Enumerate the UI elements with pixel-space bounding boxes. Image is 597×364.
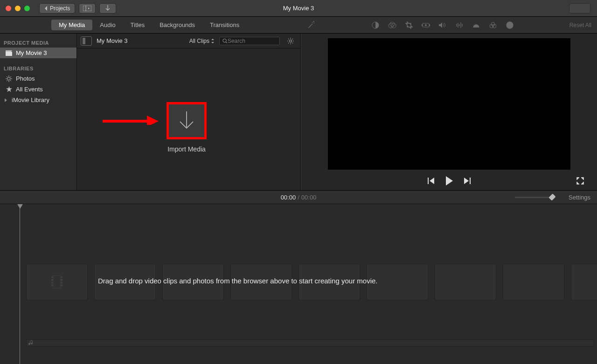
svg-rect-9	[429, 24, 430, 26]
svg-point-4	[389, 23, 393, 28]
play-button[interactable]	[444, 176, 454, 185]
traffic-lights	[6, 6, 30, 11]
fullscreen-window-icon[interactable]	[24, 6, 30, 11]
tab-backgrounds[interactable]: Backgrounds	[152, 20, 202, 30]
timeline[interactable]: Drag and drop video clips and photos fro…	[0, 204, 597, 364]
browser-settings-button[interactable]	[285, 36, 297, 46]
titlebar: Projects My Movie 3	[0, 0, 597, 17]
svg-rect-44	[51, 285, 53, 286]
svg-rect-48	[61, 285, 62, 286]
annotation-arrow-icon	[103, 116, 159, 125]
color-balance-icon[interactable]	[371, 21, 380, 30]
viewer-canvas	[301, 34, 597, 172]
sidebar-toggle-button[interactable]	[81, 36, 92, 46]
sidebar-item-photos[interactable]: Photos	[0, 73, 76, 84]
tab-audio[interactable]: Audio	[92, 20, 123, 30]
tab-titles[interactable]: Titles	[123, 20, 153, 30]
svg-rect-43	[51, 282, 53, 283]
viewer-adjust-toolbar: Reset All	[301, 17, 597, 33]
speed-icon[interactable]	[472, 21, 481, 30]
sidebar-item-all-events[interactable]: All Events	[0, 84, 76, 95]
tab-my-media[interactable]: My Media	[51, 20, 92, 30]
video-preview[interactable]	[328, 38, 570, 170]
magic-wand-icon[interactable]	[306, 21, 316, 30]
svg-rect-46	[61, 279, 62, 281]
music-note-icon	[28, 340, 34, 346]
close-window-icon[interactable]	[6, 6, 11, 11]
svg-point-24	[7, 77, 10, 80]
import-media-label: Import Media	[161, 145, 212, 153]
viewer	[301, 34, 597, 190]
svg-point-33	[223, 39, 226, 42]
sidebar-item-label: iMovie Library	[12, 96, 49, 103]
reset-all-button[interactable]: Reset All	[569, 22, 591, 28]
sidebar-item-label: My Movie 3	[16, 49, 47, 56]
search-icon	[222, 38, 228, 44]
svg-line-32	[10, 76, 11, 77]
volume-icon[interactable]	[438, 21, 447, 30]
svg-rect-0	[83, 6, 91, 11]
search-field[interactable]	[219, 37, 280, 45]
layout-button[interactable]	[79, 3, 96, 14]
minimize-window-icon[interactable]	[15, 6, 21, 11]
gear-icon	[287, 37, 294, 45]
download-arrow-icon	[177, 110, 196, 131]
stabilization-icon[interactable]	[421, 21, 430, 30]
svg-point-6	[390, 22, 395, 27]
projects-back-button[interactable]: Projects	[39, 3, 75, 14]
sidebar-item-imovie-library[interactable]: iMovie Library	[0, 95, 76, 105]
svg-point-35	[290, 40, 292, 42]
prev-frame-button[interactable]	[428, 178, 435, 184]
import-button-toolbar[interactable]	[99, 3, 116, 14]
clips-filter-dropdown[interactable]: All Clips	[189, 38, 215, 44]
svg-rect-38	[428, 178, 429, 184]
sidebar-item-my-movie[interactable]: My Movie 3	[0, 48, 76, 58]
info-icon[interactable]	[505, 21, 514, 30]
next-frame-button[interactable]	[463, 178, 471, 184]
svg-line-34	[226, 41, 227, 43]
fullscreen-button[interactable]	[576, 177, 584, 185]
star-icon	[6, 86, 12, 92]
effects-icon[interactable]	[488, 21, 498, 30]
svg-rect-42	[51, 279, 53, 281]
svg-line-29	[7, 76, 7, 77]
viewer-controls	[301, 172, 597, 190]
svg-rect-45	[61, 276, 62, 278]
browser-header: My Movie 3 All Clips	[77, 34, 300, 48]
crop-icon[interactable]	[404, 21, 414, 30]
share-button[interactable]	[569, 3, 590, 14]
sidebar-section-project-media: PROJECT MEDIA	[0, 37, 76, 48]
svg-point-22	[509, 23, 510, 24]
playhead[interactable]	[20, 204, 20, 364]
window-title: My Movie 3	[283, 5, 314, 12]
color-correction-icon[interactable]	[388, 21, 397, 30]
noise-reduction-icon[interactable]	[455, 21, 464, 30]
projects-label: Projects	[50, 5, 70, 12]
sidebar: PROJECT MEDIA My Movie 3 LIBRARIES Photo…	[0, 34, 77, 190]
timecode-current: 00:00	[281, 194, 296, 201]
svg-rect-23	[6, 52, 12, 56]
disclosure-triangle-icon[interactable]	[5, 98, 7, 102]
sidebar-section-libraries: LIBRARIES	[0, 63, 76, 73]
svg-point-5	[391, 23, 396, 28]
sidebar-item-label: All Events	[16, 86, 43, 93]
svg-rect-40	[53, 275, 61, 288]
timeline-hint: Drag and drop video clips and photos fro…	[98, 277, 377, 285]
browser-title: My Movie 3	[97, 37, 127, 44]
media-browser: My Movie 3 All Clips	[77, 34, 301, 190]
audio-track[interactable]	[26, 339, 594, 347]
clip-placeholder	[435, 264, 496, 300]
timecode: 00:00/00:00	[281, 194, 317, 201]
browser-tabs: My Media Audio Titles Backgrounds Transi…	[0, 17, 301, 33]
secondary-toolbar: My Media Audio Titles Backgrounds Transi…	[0, 17, 597, 34]
svg-rect-41	[51, 276, 53, 278]
tab-transitions[interactable]: Transitions	[202, 20, 247, 30]
search-input[interactable]	[228, 38, 277, 44]
timeline-settings-button[interactable]: Settings	[569, 194, 590, 201]
clapperboard-icon	[6, 50, 12, 56]
svg-rect-39	[470, 178, 471, 184]
import-media-button[interactable]	[167, 102, 207, 139]
zoom-slider[interactable]	[515, 197, 555, 198]
photos-icon	[6, 76, 12, 82]
svg-rect-47	[61, 282, 62, 283]
